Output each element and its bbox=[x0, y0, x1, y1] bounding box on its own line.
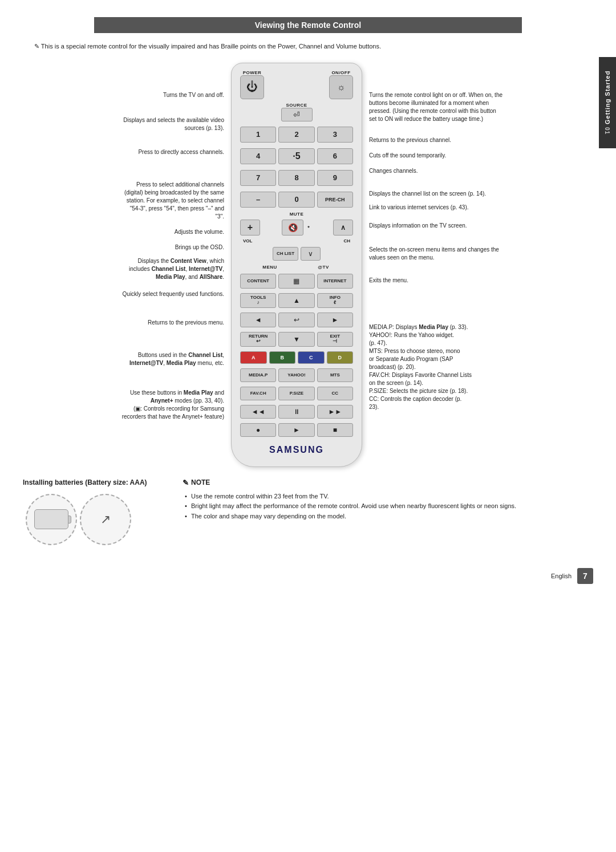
nav-up-button[interactable]: ▲ bbox=[278, 293, 314, 308]
mediap-button[interactable]: MEDIA.P bbox=[240, 368, 276, 382]
exit-button[interactable]: EXIT ⊣ bbox=[317, 332, 353, 347]
btn-dash[interactable]: – bbox=[240, 192, 276, 208]
mute-button[interactable]: 🔇 bbox=[282, 220, 303, 236]
power-label: POWER bbox=[243, 70, 262, 75]
label-mediap-yahoo-mts: MEDIA.P: Displays Media Play (p. 33).YAH… bbox=[362, 323, 505, 416]
section-number: 01 bbox=[605, 127, 611, 135]
stop-button[interactable]: ■ bbox=[317, 423, 353, 437]
internet-button[interactable]: INTERNET bbox=[317, 274, 353, 289]
source-label: SOURCE bbox=[286, 103, 307, 108]
btn-8[interactable]: 8 bbox=[278, 170, 314, 186]
btn-9[interactable]: 9 bbox=[317, 170, 353, 186]
content-menu-internet-row: CONTENT ▦ INTERNET bbox=[240, 274, 353, 289]
battery-circle-2: ↗ bbox=[80, 494, 131, 545]
btn-2[interactable]: 2 bbox=[278, 127, 314, 143]
side-tab: 01 Getting Started bbox=[599, 57, 616, 148]
label-exits-menu: Exits the menu. bbox=[362, 277, 505, 289]
play-button[interactable]: ► bbox=[278, 423, 314, 437]
btn-c[interactable]: C bbox=[298, 351, 325, 364]
label-press-additional: Press to select additional channels(digi… bbox=[111, 181, 231, 225]
pause-button[interactable]: ⏸ bbox=[278, 405, 314, 419]
ch-label: CH bbox=[343, 238, 350, 244]
tools-up-info-row: TOOLS ♪ ▲ INFO ℓ bbox=[240, 293, 353, 308]
btn-0[interactable]: 0 bbox=[278, 192, 314, 208]
tools-button[interactable]: TOOLS ♪ bbox=[240, 293, 276, 308]
vol-ch-labels: VOL CH bbox=[240, 238, 353, 244]
ch-up-button[interactable]: ∧ bbox=[333, 220, 353, 236]
btn-b[interactable]: B bbox=[269, 351, 296, 364]
number-grid-row1: 1 2 3 bbox=[240, 127, 353, 143]
btn-3[interactable]: 3 bbox=[317, 127, 353, 143]
menu-label: MENU bbox=[243, 265, 297, 270]
number-grid-row3: 7 8 9 bbox=[240, 170, 353, 186]
left-labels: Turns the TV on and off. Displays and se… bbox=[111, 63, 231, 425]
label-buttons-channel: Buttons used in the Channel List,Interne… bbox=[111, 351, 231, 372]
battery-circle-1 bbox=[26, 494, 77, 545]
mts-button[interactable]: MTS bbox=[317, 368, 353, 382]
btn-4[interactable]: 4 bbox=[240, 148, 276, 164]
nav-left-button[interactable]: ◄ bbox=[240, 313, 276, 327]
btn-5[interactable]: ·5 bbox=[278, 148, 314, 164]
color-buttons-row: A B C D bbox=[240, 351, 353, 364]
note-title: ✎ NOTE bbox=[183, 478, 593, 487]
favch-button[interactable]: FAV.CH bbox=[240, 387, 276, 400]
vol-up-button[interactable]: + bbox=[240, 220, 260, 236]
intro-text: This is a special remote control for the… bbox=[23, 42, 468, 51]
section-title-bar: Viewing the Remote Control bbox=[94, 17, 522, 33]
ch-down-button[interactable]: ∨ bbox=[301, 247, 321, 261]
page-footer: English 7 bbox=[23, 565, 593, 584]
enter-button[interactable]: ↩ bbox=[278, 313, 314, 327]
transport-row1: ◄◄ ⏸ ►► bbox=[240, 405, 353, 419]
page-number: 7 bbox=[577, 568, 593, 584]
dpad-row: ◄ ↩ ► bbox=[240, 313, 353, 327]
label-changes-channels: Changes channels. bbox=[362, 167, 505, 180]
fast-forward-button[interactable]: ►► bbox=[317, 405, 353, 419]
chlist-chdown-row: CH LIST ∨ bbox=[240, 247, 353, 261]
btn-7[interactable]: 7 bbox=[240, 170, 276, 186]
label-quickly-select: Quickly select frequently used functions… bbox=[111, 290, 231, 303]
source-button[interactable]: ⏎ bbox=[281, 108, 313, 121]
psize-button[interactable]: P.SIZE bbox=[278, 387, 314, 400]
label-returns-menu: Returns to the previous menu. bbox=[111, 319, 231, 331]
onoff-label: ON/OFF bbox=[331, 70, 350, 75]
power-onoff-row: POWER ⏻ ON/OFF ☼ bbox=[240, 70, 353, 99]
onoff-button[interactable]: ☼ bbox=[329, 75, 353, 99]
page-title: Viewing the Remote Control bbox=[255, 21, 361, 30]
label-adjusts-volume: Adjusts the volume. bbox=[111, 228, 231, 241]
btn-a[interactable]: A bbox=[240, 351, 267, 364]
info-button[interactable]: INFO ℓ bbox=[317, 293, 353, 308]
power-button[interactable]: ⏻ bbox=[240, 75, 264, 99]
label-press-channels: Press to directly access channels. bbox=[111, 148, 231, 161]
label-use-media-play: Use these buttons in Media Play andAnyne… bbox=[111, 389, 231, 425]
btn-6[interactable]: 6 bbox=[317, 148, 353, 164]
yahoo-button[interactable]: YAHOO! bbox=[278, 368, 314, 382]
label-turns-light: Turns the remote control light on or off… bbox=[362, 91, 505, 128]
nav-right-button[interactable]: ► bbox=[317, 313, 353, 327]
page-language: English bbox=[551, 573, 572, 579]
note-item-1: Use the remote control within 23 feet fr… bbox=[183, 492, 593, 502]
label-displays-selects: Displays and selects the available video… bbox=[111, 116, 231, 137]
cc-button[interactable]: CC bbox=[317, 387, 353, 400]
ch-list-button[interactable]: CH LIST bbox=[273, 247, 298, 261]
content-button[interactable]: CONTENT bbox=[240, 274, 276, 289]
nav-down-button[interactable]: ▼ bbox=[278, 332, 314, 347]
return-button[interactable]: RETURN ↩ bbox=[240, 332, 276, 347]
note-item-2: Bright light may affect the performance … bbox=[183, 501, 593, 512]
vol-label: VOL bbox=[243, 238, 252, 244]
transport-row2: ● ► ■ bbox=[240, 423, 353, 437]
btn-prech[interactable]: PRE-CH bbox=[317, 192, 353, 208]
btn-1[interactable]: 1 bbox=[240, 127, 276, 143]
rewind-button[interactable]: ◄◄ bbox=[240, 405, 276, 419]
page-container: 01 Getting Started Viewing the Remote Co… bbox=[0, 0, 616, 852]
label-displays-channel-list: Displays the channel list on the screen … bbox=[362, 190, 505, 202]
label-displays-info: Displays information on the TV screen. bbox=[362, 222, 505, 234]
label-selects-onscreen: Selects the on-screen menu items and cha… bbox=[362, 246, 505, 266]
menu-icon-button[interactable]: ▦ bbox=[278, 274, 314, 289]
label-link-internet: Link to various internet services (p. 43… bbox=[362, 204, 505, 216]
record-button[interactable]: ● bbox=[240, 423, 276, 437]
media-yahoo-mts-row: MEDIA.P YAHOO! MTS bbox=[240, 368, 353, 382]
battery-diagram: ↗ bbox=[23, 491, 137, 554]
note-section: ✎ NOTE Use the remote control within 23 … bbox=[183, 478, 593, 522]
btn-d[interactable]: D bbox=[327, 351, 354, 364]
attv-label: @TV bbox=[297, 265, 350, 270]
